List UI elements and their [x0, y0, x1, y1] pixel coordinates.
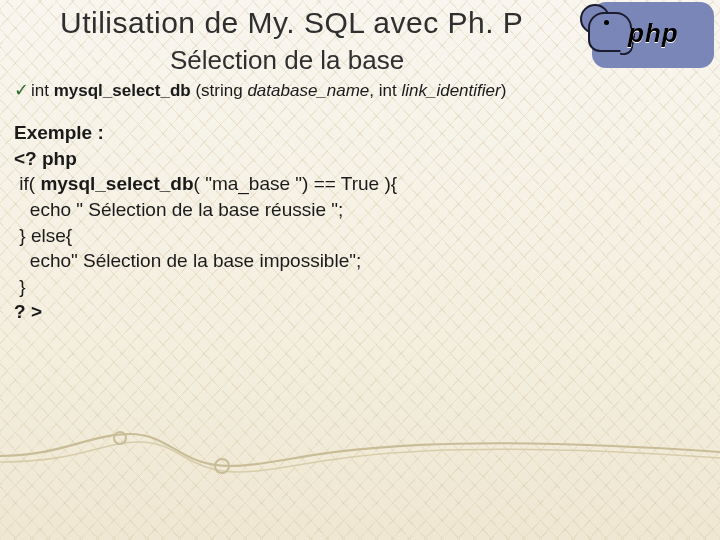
sig-function-name: mysql_select_db	[54, 81, 191, 100]
php-logo-text: php	[628, 18, 679, 49]
ex-line-3a: if(	[14, 173, 40, 194]
ex-line-4: echo " Sélection de la base réussie ";	[14, 199, 343, 220]
sig-arg1: database_name	[247, 81, 369, 100]
sig-sep: , int	[369, 81, 401, 100]
ex-line-3b: mysql_select_db	[40, 173, 193, 194]
ex-label: Exemple :	[14, 122, 104, 143]
ex-line-3c: ( "ma_base ") == True ){	[194, 173, 398, 194]
ex-line-2: <? php	[14, 148, 77, 169]
slide-subtitle: Sélection de la base	[170, 45, 404, 76]
check-icon: ✓	[14, 80, 29, 100]
function-signature: ✓int mysql_select_db (string database_na…	[14, 79, 506, 101]
sig-close: )	[501, 81, 507, 100]
sig-arg2: link_identifier	[401, 81, 500, 100]
slide-title: Utilisation de My. SQL avec Ph. P	[60, 6, 570, 40]
ex-line-6: echo" Sélection de la base impossible";	[14, 250, 361, 271]
ex-line-7: }	[14, 276, 26, 297]
php-logo: php	[592, 2, 714, 68]
elephant-icon	[578, 0, 634, 56]
code-example: Exemple : <? php if( mysql_select_db( "m…	[14, 120, 397, 325]
sig-open: (string	[191, 81, 248, 100]
ex-line-5: } else{	[14, 225, 72, 246]
ex-line-8: ? >	[14, 301, 42, 322]
sig-return-type: int	[31, 81, 54, 100]
slide: php Utilisation de My. SQL avec Ph. P Sé…	[0, 0, 720, 540]
footer-swirl-icon	[0, 422, 720, 482]
